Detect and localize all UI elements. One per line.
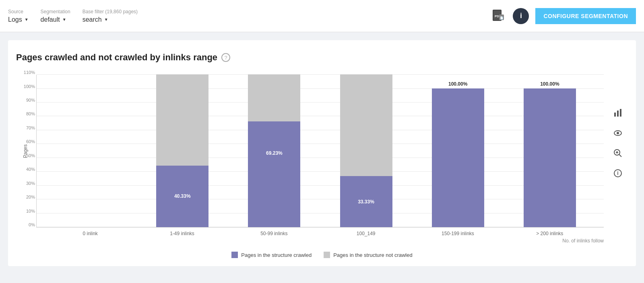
chart-legend: Pages in the structure crawled Pages in … — [16, 252, 628, 258]
no-inlinks-note: No. of inlinks follow — [16, 238, 604, 244]
segmentation-label: Segmentation — [41, 9, 70, 14]
bar-200plus-crawled — [524, 88, 576, 227]
source-arrow-icon: ▼ — [25, 17, 29, 22]
x-label-150-199: 150-199 inlinks — [429, 231, 486, 236]
bar-100-149: 33.33% — [340, 74, 392, 227]
segmentation-control: Segmentation default ▼ — [41, 9, 70, 23]
chart-right-icons: i — [612, 107, 624, 179]
bar-200plus-top-label: 100.00% — [524, 81, 576, 87]
x-label-100-149: 100_149 — [338, 231, 394, 236]
x-axis-labels: 0 inlink 1-49 inlinks 50-99 inlinks 100_… — [36, 228, 604, 236]
svg-rect-5 — [614, 113, 616, 117]
bar-100-149-label: 33.33% — [340, 199, 392, 205]
bar-chart-icon[interactable] — [612, 107, 624, 119]
legend-crawled-color — [231, 252, 238, 258]
main-content: Pages crawled and not crawled by inlinks… — [0, 32, 644, 274]
bar-1-49-crawled: 40.33% — [156, 166, 208, 227]
bar-1-49: 40.33% — [156, 74, 208, 227]
top-bar-right: PDF 📄 i CONFIGURE SEGMENTATION — [490, 8, 636, 24]
bar-group-150-199: 100.00% — [430, 75, 486, 227]
legend-not-crawled: Pages in the structure not crawled — [324, 252, 413, 258]
bar-150-199-crawled — [432, 88, 484, 227]
x-label-0-inlink: 0 inlink — [62, 231, 118, 236]
chart-card: Pages crawled and not crawled by inlinks… — [8, 40, 636, 266]
svg-text:📄: 📄 — [500, 16, 504, 20]
svg-rect-7 — [620, 109, 621, 117]
bar-200plus: 100.00% — [524, 81, 576, 227]
chart-outer: Pages 110% 100% 90% 80% 70% 60% 50% 40% … — [16, 75, 628, 236]
source-value: Logs — [8, 16, 22, 23]
info-icon-button[interactable]: i — [513, 8, 529, 24]
eye-icon[interactable] — [612, 127, 624, 139]
bar-group-1-49: 40.33% — [154, 75, 211, 227]
legend-crawled-label: Pages in the structure crawled — [241, 252, 312, 258]
source-label: Source — [8, 9, 29, 14]
info-icon[interactable]: i — [612, 167, 624, 179]
bar-100-149-crawled: 33.33% — [340, 176, 392, 227]
source-dropdown[interactable]: Logs ▼ — [8, 16, 29, 23]
bar-group-100-149: 33.33% — [338, 75, 394, 227]
bar-group-0-inlink — [62, 75, 119, 227]
chart-area: Pages 110% 100% 90% 80% 70% 60% 50% 40% … — [36, 75, 604, 228]
bar-1-49-label: 40.33% — [156, 193, 208, 199]
chart-title-row: Pages crawled and not crawled by inlinks… — [16, 52, 628, 63]
basefilter-value: search — [83, 16, 102, 23]
segmentation-arrow-icon: ▼ — [62, 17, 66, 22]
basefilter-arrow-icon: ▼ — [104, 17, 108, 22]
bar-group-50-99: 69.23% — [246, 75, 302, 227]
svg-rect-6 — [617, 111, 619, 117]
svg-line-11 — [619, 154, 621, 157]
bar-150-199-top-label: 100.00% — [432, 81, 484, 87]
segmentation-dropdown[interactable]: default ▼ — [41, 16, 70, 23]
top-bar: Source Logs ▼ Segmentation default ▼ Bas… — [0, 0, 644, 32]
legend-crawled: Pages in the structure crawled — [231, 252, 312, 258]
basefilter-dropdown[interactable]: search ▼ — [83, 16, 138, 23]
legend-not-crawled-color — [324, 252, 330, 258]
legend-not-crawled-label: Pages in the structure not crawled — [333, 252, 413, 258]
segmentation-value: default — [41, 16, 60, 23]
pdf-icon[interactable]: PDF 📄 — [490, 8, 506, 24]
bar-50-99-label: 69.23% — [248, 150, 300, 156]
chart-container: Pages 110% 100% 90% 80% 70% 60% 50% 40% … — [36, 75, 604, 236]
basefilter-label: Base filter (19,860 pages) — [83, 9, 138, 14]
bars-container: 40.33% 69.23% — [37, 75, 604, 227]
bar-100-149-not-crawled — [340, 74, 392, 176]
bar-150-199: 100.00% — [432, 81, 484, 227]
zoom-in-icon[interactable] — [612, 147, 624, 159]
svg-point-9 — [617, 132, 619, 134]
bar-1-49-not-crawled — [156, 74, 208, 166]
basefilter-control: Base filter (19,860 pages) search ▼ — [83, 9, 138, 23]
x-label-1-49: 1-49 inlinks — [154, 231, 210, 236]
configure-segmentation-button[interactable]: CONFIGURE SEGMENTATION — [535, 8, 636, 24]
bar-group-200plus: 100.00% — [522, 75, 578, 227]
svg-text:i: i — [617, 170, 618, 176]
bar-50-99-crawled: 69.23% — [248, 121, 300, 227]
bar-50-99: 69.23% — [248, 74, 300, 227]
bar-50-99-not-crawled — [248, 74, 300, 121]
chart-help-icon[interactable]: ? — [221, 53, 230, 62]
x-label-200plus: > 200 inlinks — [522, 231, 578, 236]
chart-title: Pages crawled and not crawled by inlinks… — [16, 52, 217, 63]
source-control: Source Logs ▼ — [8, 9, 29, 23]
x-label-50-99: 50-99 inlinks — [246, 231, 302, 236]
